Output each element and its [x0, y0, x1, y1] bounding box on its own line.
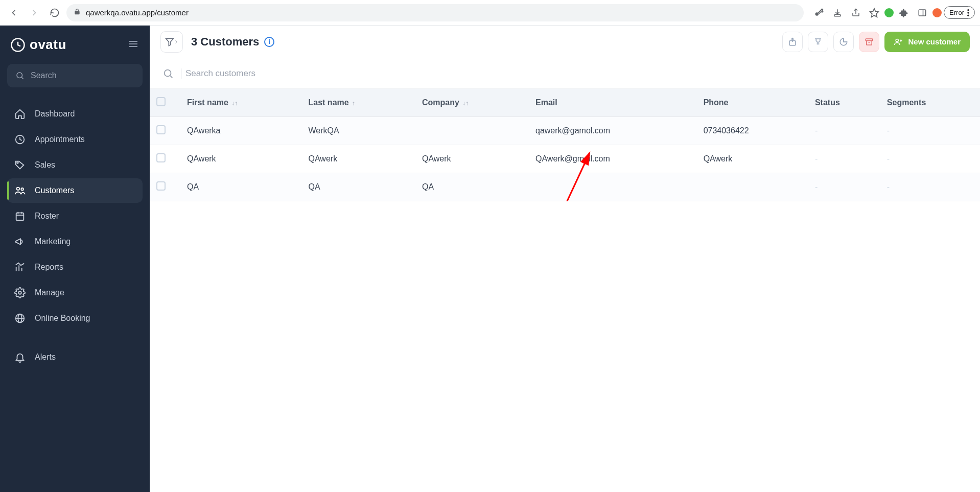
col-company[interactable]: Company↓↑: [416, 89, 529, 117]
table-row[interactable]: QAwerk QAwerk QAwerk QAwerk@gmail.com QA…: [150, 145, 980, 173]
extensions-icon[interactable]: [896, 4, 912, 21]
svg-point-16: [17, 188, 20, 191]
svg-line-37: [170, 76, 172, 78]
home-icon: [14, 108, 26, 120]
topbar-actions: New customer: [782, 32, 970, 52]
svg-point-17: [21, 188, 24, 191]
svg-point-36: [165, 69, 171, 76]
table-row[interactable]: QA QA QA - -: [150, 173, 980, 201]
table-row[interactable]: QAwerka WerkQA qawerk@gamol.com 07340364…: [150, 117, 980, 145]
extension-green-icon[interactable]: [884, 8, 894, 17]
clock-icon: [14, 134, 26, 145]
sidebar-item-appointments[interactable]: Appointments: [7, 127, 143, 152]
customer-search[interactable]: Search customers: [150, 58, 980, 89]
browser-forward-button[interactable]: [26, 4, 43, 21]
svg-marker-2: [870, 8, 879, 17]
browser-url-bar[interactable]: qawerkqa.ovatu.app/customer: [66, 4, 804, 21]
extension-orange-icon[interactable]: [932, 8, 942, 17]
sidebar-search-placeholder: Search: [31, 71, 57, 80]
brand-logo[interactable]: ovatu: [10, 37, 66, 53]
chevron-right-icon: [174, 39, 179, 44]
svg-marker-29: [166, 38, 174, 45]
filter-button[interactable]: [160, 31, 183, 53]
col-first-name[interactable]: First name↓↑: [181, 89, 302, 117]
row-checkbox[interactable]: [156, 125, 166, 134]
panel-icon[interactable]: [914, 4, 930, 21]
browser-back-button[interactable]: [5, 4, 22, 21]
svg-point-5: [967, 9, 969, 11]
sidebar-item-manage[interactable]: Manage: [7, 280, 143, 305]
svg-point-7: [967, 14, 969, 16]
sidebar-item-customers[interactable]: Customers: [7, 178, 143, 203]
browser-toolbar: qawerkqa.ovatu.app/customer Error: [0, 0, 980, 26]
row-checkbox[interactable]: [156, 153, 166, 162]
sidebar-item-roster[interactable]: Roster: [7, 204, 143, 228]
sidebar-item-online-booking[interactable]: Online Booking: [7, 306, 143, 331]
svg-rect-1: [834, 14, 841, 16]
star-icon[interactable]: [866, 4, 882, 21]
calendar-icon: [14, 210, 26, 222]
svg-point-12: [17, 73, 22, 78]
brand-name: ovatu: [30, 37, 66, 53]
sidebar-item-label: Roster: [35, 212, 59, 221]
col-last-name[interactable]: Last name↑: [302, 89, 416, 117]
info-icon[interactable]: i: [264, 37, 274, 47]
chart-button[interactable]: [833, 32, 854, 52]
sidebar: ovatu Search Dashboard Appointments Sale…: [0, 26, 150, 492]
customer-search-placeholder: Search customers: [181, 68, 255, 79]
piechart-icon: [839, 37, 848, 46]
sidebar-item-label: Appointments: [35, 135, 85, 144]
select-all-checkbox[interactable]: [156, 97, 166, 106]
export-button[interactable]: [782, 32, 803, 52]
col-email[interactable]: Email: [529, 89, 697, 117]
svg-point-6: [967, 12, 969, 14]
svg-rect-31: [866, 39, 873, 41]
sidebar-item-dashboard[interactable]: Dashboard: [7, 102, 143, 126]
sidebar-item-label: Reports: [35, 263, 63, 272]
topbar: 3 Customers i New custome: [150, 26, 980, 58]
col-segments[interactable]: Segments: [881, 89, 980, 117]
download-icon[interactable]: [829, 4, 846, 21]
users-icon: [14, 185, 26, 196]
sidebar-item-reports[interactable]: Reports: [7, 255, 143, 279]
sidebar-toggle[interactable]: [127, 38, 139, 52]
key-icon[interactable]: [811, 4, 827, 21]
col-status[interactable]: Status: [809, 89, 881, 117]
bell-icon: [14, 352, 26, 363]
sidebar-item-marketing[interactable]: Marketing: [7, 229, 143, 254]
sidebar-item-label: Customers: [35, 186, 74, 195]
sort-icon: ↓↑: [231, 100, 238, 107]
lock-icon: [74, 8, 81, 17]
new-customer-button[interactable]: New customer: [884, 32, 970, 52]
browser-error-pill[interactable]: Error: [944, 6, 975, 19]
sidebar-item-label: Manage: [35, 288, 64, 297]
chart-icon: [14, 262, 26, 273]
archive-button[interactable]: [859, 32, 879, 52]
clock-logo-icon: [10, 37, 26, 53]
segment-button[interactable]: [808, 32, 828, 52]
svg-line-13: [21, 77, 23, 79]
sidebar-item-alerts[interactable]: Alerts: [7, 345, 143, 369]
svg-point-25: [18, 291, 21, 294]
customers-table: First name↓↑ Last name↑ Company↓↑ Email …: [150, 89, 980, 201]
browser-error-label: Error: [949, 9, 964, 16]
gear-icon: [14, 287, 26, 298]
col-phone[interactable]: Phone: [697, 89, 809, 117]
user-plus-icon: [894, 37, 903, 46]
svg-point-33: [896, 39, 899, 41]
tag-icon: [14, 159, 26, 171]
svg-rect-3: [919, 10, 926, 16]
sidebar-search[interactable]: Search: [7, 64, 143, 87]
kebab-icon: [967, 9, 969, 16]
sidebar-item-label: Marketing: [35, 237, 71, 246]
share-icon[interactable]: [848, 4, 864, 21]
archive-icon: [865, 37, 874, 46]
browser-reload-button[interactable]: [46, 4, 63, 21]
sidebar-item-sales[interactable]: Sales: [7, 153, 143, 177]
globe-icon: [14, 313, 26, 324]
app-shell: ovatu Search Dashboard Appointments Sale…: [0, 26, 980, 492]
main-content: 3 Customers i New custome: [150, 26, 980, 492]
browser-url-text: qawerkqa.ovatu.app/customer: [86, 8, 189, 17]
row-checkbox[interactable]: [156, 181, 166, 191]
sidebar-nav: Dashboard Appointments Sales Customers R…: [7, 102, 143, 369]
